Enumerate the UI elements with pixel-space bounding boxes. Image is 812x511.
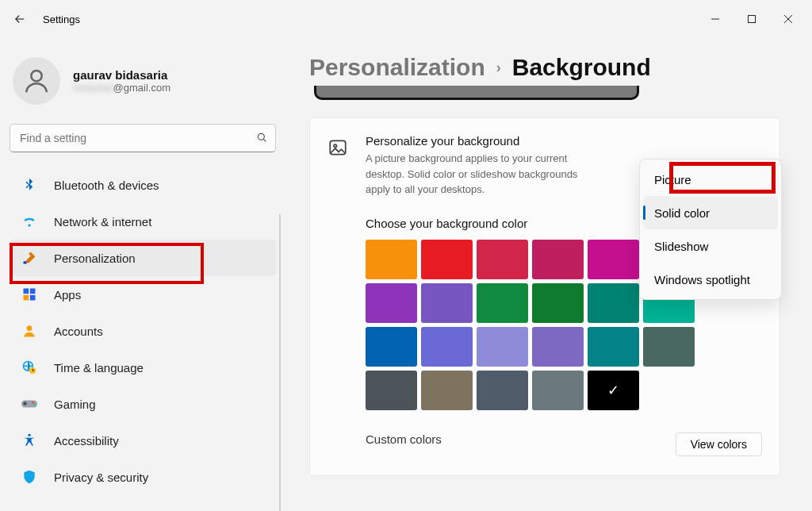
- color-swatch[interactable]: [366, 371, 417, 410]
- sidebar-item-label: Apps: [54, 288, 81, 302]
- svg-rect-10: [24, 295, 29, 301]
- person-icon: [21, 66, 52, 96]
- svg-point-5: [258, 133, 264, 140]
- svg-rect-9: [30, 289, 36, 294]
- color-swatch[interactable]: [477, 240, 528, 279]
- color-swatch[interactable]: [588, 371, 639, 410]
- color-swatch[interactable]: [588, 327, 639, 367]
- dropdown-option-slideshow[interactable]: Slideshow: [643, 229, 778, 263]
- color-swatch[interactable]: [421, 240, 473, 279]
- color-swatch[interactable]: [532, 371, 584, 410]
- background-type-dropdown[interactable]: PictureSolid colorSlideshowWindows spotl…: [639, 159, 782, 300]
- svg-line-6: [263, 139, 266, 141]
- svg-point-4: [31, 71, 41, 81]
- account-icon: [21, 322, 38, 340]
- search-input[interactable]: [10, 124, 276, 152]
- picture-icon: [327, 137, 348, 158]
- arrow-left-icon: [13, 12, 27, 26]
- dropdown-option-picture[interactable]: Picture: [643, 163, 778, 196]
- sidebar-item-gaming[interactable]: Gaming: [10, 386, 276, 422]
- svg-rect-11: [30, 295, 36, 301]
- sidebar-item-label: Time & language: [54, 361, 144, 375]
- wifi-icon: [21, 213, 38, 230]
- desktop-preview: [314, 86, 639, 100]
- svg-point-17: [33, 404, 36, 406]
- svg-point-16: [32, 402, 34, 404]
- custom-colors-label: Custom colors: [366, 432, 442, 456]
- svg-rect-1: [749, 16, 756, 23]
- color-swatch[interactable]: [421, 283, 473, 323]
- scrollbar[interactable]: [279, 214, 281, 511]
- accessibility-icon: [21, 432, 38, 449]
- color-swatch[interactable]: [588, 240, 639, 279]
- minimize-button[interactable]: [710, 14, 720, 24]
- svg-rect-7: [24, 261, 27, 263]
- svg-point-20: [334, 144, 336, 147]
- color-swatch[interactable]: [643, 327, 695, 367]
- close-button[interactable]: [783, 14, 793, 24]
- sidebar-item-label: Network & internet: [54, 215, 151, 229]
- apps-icon: [21, 286, 38, 303]
- back-button[interactable]: [8, 12, 32, 26]
- view-colors-button[interactable]: View colors: [676, 432, 762, 456]
- sidebar-item-bluetooth-devices[interactable]: Bluetooth & devices: [10, 167, 276, 203]
- sidebar-item-label: Personalization: [54, 252, 136, 265]
- sidebar-item-label: Privacy & security: [54, 471, 148, 484]
- color-swatch[interactable]: [588, 283, 639, 323]
- gamepad-icon: [21, 395, 38, 413]
- dropdown-option-solid-color[interactable]: Solid color: [643, 196, 778, 229]
- profile-block[interactable]: gaurav bidasaria redacted@gmail.com: [10, 48, 276, 124]
- breadcrumb-current: Background: [512, 54, 651, 81]
- color-swatch[interactable]: [477, 327, 528, 367]
- color-swatch[interactable]: [477, 283, 528, 323]
- globe-clock-icon: [21, 359, 38, 376]
- profile-email: redacted@gmail.com: [73, 82, 170, 94]
- sidebar-item-accounts[interactable]: Accounts: [10, 313, 276, 349]
- sidebar-item-accessibility[interactable]: Accessibility: [10, 422, 276, 459]
- breadcrumb-parent[interactable]: Personalization: [309, 54, 485, 81]
- color-swatch[interactable]: [366, 327, 417, 367]
- sidebar-item-apps[interactable]: Apps: [10, 276, 276, 313]
- search-icon: [255, 131, 268, 147]
- svg-rect-19: [330, 140, 346, 154]
- svg-rect-8: [24, 289, 29, 294]
- maximize-button[interactable]: [747, 14, 756, 24]
- svg-point-12: [27, 325, 33, 331]
- breadcrumb: Personalization › Background: [309, 54, 780, 81]
- color-swatch[interactable]: [421, 371, 473, 410]
- sidebar-item-label: Gaming: [54, 398, 96, 411]
- avatar: [13, 57, 60, 105]
- sidebar-item-time-language[interactable]: Time & language: [10, 349, 276, 386]
- bluetooth-icon: [21, 176, 38, 194]
- dropdown-option-windows-spotlight[interactable]: Windows spotlight: [643, 263, 778, 296]
- sidebar-item-privacy-security[interactable]: Privacy & security: [10, 459, 276, 495]
- sidebar-item-network-internet[interactable]: Network & internet: [10, 203, 276, 240]
- svg-point-18: [28, 434, 30, 436]
- panel-desc: A picture background applies to your cur…: [366, 151, 603, 198]
- color-swatch[interactable]: [532, 327, 584, 367]
- color-swatch[interactable]: [366, 283, 417, 323]
- sidebar-item-personalization[interactable]: Personalization: [10, 240, 276, 276]
- color-swatch[interactable]: [532, 240, 584, 279]
- sidebar-item-label: Bluetooth & devices: [54, 179, 159, 192]
- color-swatch[interactable]: [421, 327, 473, 367]
- shield-icon: [21, 468, 38, 486]
- window-title: Settings: [43, 13, 80, 25]
- sidebar-item-label: Accounts: [54, 325, 103, 338]
- sidebar-item-label: Accessibility: [54, 434, 119, 448]
- profile-name: gaurav bidasaria: [73, 68, 170, 82]
- paintbrush-icon: [21, 249, 38, 267]
- panel-title: Personalize your background: [366, 134, 603, 148]
- color-swatch[interactable]: [477, 371, 528, 410]
- color-swatch[interactable]: [532, 283, 584, 323]
- color-swatch[interactable]: [366, 240, 417, 279]
- chevron-right-icon: ›: [496, 60, 501, 76]
